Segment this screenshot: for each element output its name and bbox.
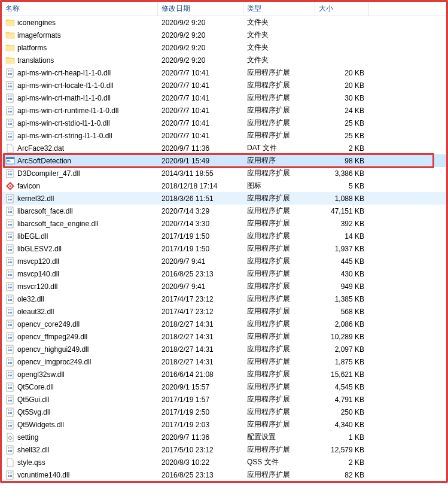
file-row[interactable]: api-ms-win-crt-math-l1-1-0.dll2020/7/7 1…	[2, 92, 446, 104]
svg-point-14	[10, 95, 11, 96]
file-name: oleaut32.dll	[17, 308, 161, 316]
file-row[interactable]: libarcsoft_face.dll2020/7/14 3:29应用程序扩展4…	[2, 205, 446, 217]
file-row[interactable]: vcruntime140.dll2016/8/25 23:13应用程序扩展82 …	[2, 468, 446, 481]
file-row[interactable]: msvcp120.dll2020/9/7 9:41应用程序扩展445 KB	[2, 255, 446, 267]
file-row[interactable]: api-ms-win-crt-runtime-l1-1-0.dll2020/7/…	[2, 104, 446, 117]
dll-icon	[5, 269, 15, 279]
file-row[interactable]: opencv_imgproc249.dll2018/2/27 14:31应用程序…	[2, 355, 446, 368]
file-date: 2018/2/27 14:31	[161, 358, 247, 366]
file-row[interactable]: libGLESV2.dll2017/1/19 1:50应用程序扩展1,937 K…	[2, 242, 446, 255]
file-date: 2017/4/17 23:12	[161, 295, 247, 303]
dll-icon	[5, 294, 15, 304]
svg-point-133	[8, 422, 9, 423]
file-row[interactable]: api-ms-win-crt-locale-l1-1-0.dll2020/7/7…	[2, 79, 446, 92]
svg-rect-100	[7, 345, 13, 354]
header-date[interactable]: 修改日期	[158, 2, 243, 16]
file-size: 1,937 KB	[319, 245, 367, 253]
file-date: 2020/9/2 9:20	[161, 31, 247, 39]
file-row[interactable]: Qt5Core.dll2020/9/1 15:57应用程序扩展4,545 KB	[2, 381, 446, 393]
file-row[interactable]: D3Dcompiler_47.dll2014/3/11 18:55应用程序扩展3…	[2, 167, 446, 179]
file-row[interactable]: ole32.dll2017/4/17 23:12应用程序扩展1,385 KB	[2, 293, 446, 305]
file-row[interactable]: opencv_highgui249.dll2018/2/27 14:31应用程序…	[2, 343, 446, 355]
file-row[interactable]: favicon2018/12/18 17:14图标5 KB	[2, 179, 446, 192]
file-row[interactable]: libEGL.dll2017/1/19 1:50应用程序扩展14 KB	[2, 230, 446, 242]
file-row[interactable]: style.qss2020/8/3 10:22QSS 文件2 KB	[2, 456, 446, 468]
file-name: api-ms-win-crt-runtime-l1-1-0.dll	[17, 107, 161, 115]
file-row[interactable]: imageformats2020/9/2 9:20文件夹	[2, 29, 446, 41]
file-name: msvcp120.dll	[17, 257, 161, 266]
file-row[interactable]: msvcp140.dll2016/8/25 23:13应用程序扩展430 KB	[2, 267, 446, 280]
file-size: 98 KB	[319, 157, 367, 165]
file-name: platforms	[17, 44, 161, 52]
svg-rect-20	[7, 119, 13, 127]
file-size: 20 KB	[319, 81, 367, 90]
header-name[interactable]: 名称	[2, 2, 158, 16]
file-date: 2020/7/14 3:29	[161, 207, 247, 215]
file-row[interactable]: libarcsoft_face_engine.dll2020/7/14 3:30…	[2, 217, 446, 230]
svg-point-3	[8, 70, 9, 71]
svg-point-113	[8, 372, 9, 373]
file-type: 应用程序扩展	[247, 306, 319, 317]
svg-rect-102	[10, 349, 12, 351]
header-type[interactable]: 类型	[243, 2, 315, 16]
file-row[interactable]: Qt5Widgets.dll2017/1/19 2:03应用程序扩展4,340 …	[2, 418, 446, 431]
svg-rect-16	[8, 111, 10, 112]
svg-rect-65	[7, 257, 13, 266]
file-row[interactable]: platforms2020/9/2 9:20文件夹	[2, 41, 446, 54]
file-row[interactable]: ArcSoftDetection2020/9/1 15:49应用程序98 KB	[2, 154, 446, 167]
file-size: 2 KB	[319, 458, 367, 467]
file-type: 应用程序扩展	[247, 344, 319, 354]
file-type: DAT 文件	[247, 143, 319, 153]
svg-point-129	[10, 409, 11, 410]
svg-rect-46	[8, 211, 10, 213]
file-name: ole32.dll	[17, 295, 161, 303]
file-row[interactable]: translations2020/9/2 9:20文件夹	[2, 54, 446, 66]
svg-point-63	[8, 246, 9, 247]
svg-point-118	[8, 384, 9, 385]
svg-rect-34	[7, 169, 13, 178]
file-row[interactable]: setting2020/9/7 11:36配置设置1 KB	[2, 431, 446, 443]
file-type: 应用程序扩展	[247, 105, 319, 115]
file-row[interactable]: api-ms-win-crt-string-l1-1-0.dll2020/7/7…	[2, 129, 446, 142]
dll-icon	[5, 282, 15, 291]
svg-point-28	[8, 133, 9, 134]
file-size: 250 KB	[319, 408, 367, 416]
file-row[interactable]: kernel32.dll2018/3/26 11:51应用程序扩展1,088 K…	[2, 192, 446, 205]
file-row[interactable]: api-ms-win-crt-heap-l1-1-0.dll2020/7/7 1…	[2, 66, 446, 79]
svg-rect-143	[10, 475, 12, 477]
svg-point-98	[8, 334, 9, 335]
svg-rect-56	[8, 236, 10, 238]
svg-point-140	[10, 447, 11, 448]
file-type: 应用程序扩展	[247, 80, 319, 90]
file-type: 文件夹	[247, 30, 319, 40]
dll-icon	[5, 420, 15, 430]
file-name: ArcFace32.dat	[17, 144, 161, 153]
svg-rect-141	[7, 471, 13, 479]
file-type: 应用程序扩展	[247, 130, 319, 141]
file-row[interactable]: Qt5Gui.dll2017/1/19 1:57应用程序扩展4,791 KB	[2, 393, 446, 406]
file-row[interactable]: ArcFace32.dat2020/9/7 11:36DAT 文件2 KB	[2, 142, 446, 154]
file-row[interactable]: opencv_core249.dll2018/2/27 14:31应用程序扩展2…	[2, 318, 446, 330]
header-size[interactable]: 大小	[315, 2, 369, 16]
svg-rect-67	[10, 261, 12, 263]
file-row[interactable]: opengl32sw.dll2016/6/14 21:08应用程序扩展15,62…	[2, 368, 446, 381]
file-date: 2018/2/27 14:31	[161, 345, 247, 354]
file-date: 2020/8/3 10:22	[161, 458, 247, 467]
file-row[interactable]: opencv_ffmpeg249.dll2018/2/27 14:31应用程序扩…	[2, 330, 446, 343]
dll-icon	[5, 407, 15, 417]
file-row[interactable]: api-ms-win-crt-stdio-l1-1-0.dll2020/7/7 …	[2, 117, 446, 129]
svg-point-49	[10, 208, 11, 209]
svg-point-145	[10, 472, 11, 473]
svg-point-59	[10, 233, 11, 235]
svg-point-24	[10, 120, 11, 121]
file-rows: iconengines2020/9/2 9:20文件夹imageformats2…	[2, 16, 446, 481]
svg-rect-60	[7, 245, 13, 253]
file-row[interactable]: Qt5Svg.dll2017/1/19 2:50应用程序扩展250 KB	[2, 406, 446, 418]
svg-rect-131	[8, 425, 10, 427]
file-row[interactable]: msvcr120.dll2020/9/7 9:41应用程序扩展949 KB	[2, 280, 446, 293]
file-date: 2018/3/26 11:51	[161, 194, 247, 203]
file-row[interactable]: iconengines2020/9/2 9:20文件夹	[2, 16, 446, 29]
file-row[interactable]: oleaut32.dll2017/4/17 23:12应用程序扩展568 KB	[2, 305, 446, 318]
file-row[interactable]: shell32.dll2017/5/10 23:12应用程序扩展12,579 K…	[2, 443, 446, 456]
file-date: 2016/8/25 23:13	[161, 270, 247, 278]
